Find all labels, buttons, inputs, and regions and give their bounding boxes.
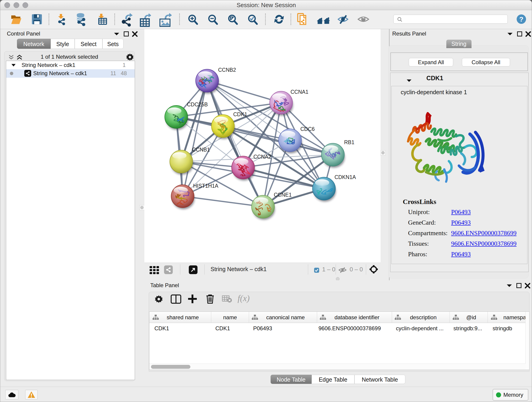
svg-text:CDK1: CDK1 [233, 111, 247, 117]
svg-text:CCNE1: CCNE1 [274, 192, 292, 198]
svg-text:CDC25B: CDC25B [187, 102, 208, 108]
svg-text:CDC6: CDC6 [300, 126, 315, 132]
svg-text:CDKN1A: CDKN1A [335, 174, 356, 180]
svg-text:CCNB1: CCNB1 [192, 147, 210, 153]
svg-text:RB1: RB1 [344, 139, 355, 145]
svg-text:CCNA1: CCNA1 [291, 89, 308, 95]
svg-text:CCNB2: CCNB2 [218, 67, 236, 73]
svg-text:CCNA2: CCNA2 [253, 154, 271, 160]
svg-text:HIST1H1A: HIST1H1A [193, 183, 219, 189]
